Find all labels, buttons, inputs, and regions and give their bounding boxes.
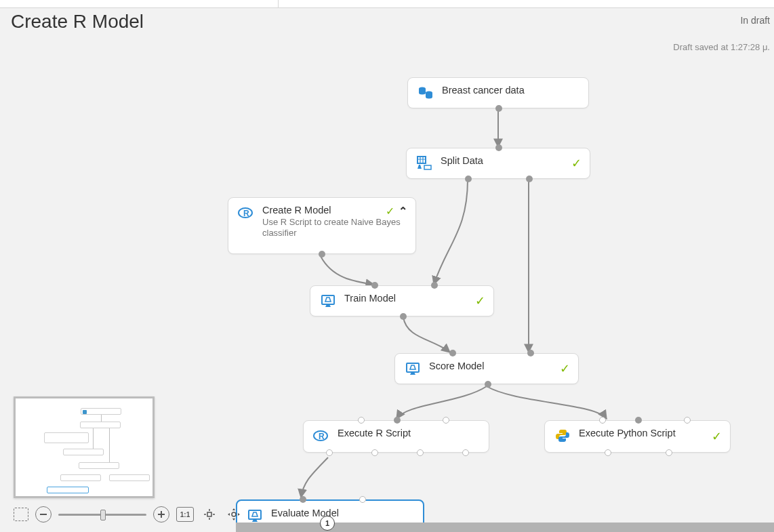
output-port[interactable] [495,105,502,112]
node-split-data[interactable]: Split Data ✓ [406,148,590,179]
input-port-2[interactable] [431,282,438,289]
database-icon [417,85,434,101]
output-port[interactable] [485,381,491,388]
input-port-3[interactable] [443,417,449,424]
r-language-icon: R [313,428,329,444]
output-port-1[interactable] [465,176,472,182]
output-port[interactable] [400,313,407,320]
page-counter[interactable]: 1 [320,516,335,531]
svg-rect-7 [424,165,431,169]
check-icon: ✓ [712,429,722,444]
output-port-2[interactable] [371,449,378,456]
svg-rect-6 [417,157,426,163]
svg-point-2 [419,91,426,95]
node-title: Execute Python Script [579,428,676,438]
node-description: Use R Script to create Naive Bayes class… [262,217,406,239]
r-language-icon: R [238,205,254,221]
output-port-4[interactable] [462,449,469,456]
scrollbar-thumb[interactable] [236,523,774,532]
input-port[interactable] [495,144,502,151]
zoom-out-button[interactable] [35,506,52,523]
svg-rect-14 [249,510,261,519]
check-icon: ✓ [560,361,570,376]
node-title: Execute R Script [338,428,411,438]
pan-button[interactable] [225,507,243,522]
output-port-2[interactable] [666,449,672,456]
actual-size-button[interactable]: 1:1 [176,507,194,522]
node-title: Split Data [441,155,483,166]
output-port[interactable] [319,251,325,258]
input-port-1[interactable] [449,350,456,356]
svg-rect-18 [207,512,211,516]
input-port-3[interactable] [684,417,691,424]
check-icon: ✓ [571,156,582,171]
svg-rect-17 [161,511,162,518]
model-flask-icon [320,293,336,309]
input-port-2[interactable] [635,417,642,424]
node-breast-cancer-data[interactable]: Breast cancer data [407,77,589,108]
model-flask-icon [247,508,263,524]
node-score-model[interactable]: Score Model ✓ [394,353,579,384]
node-execute-python-script[interactable]: Execute Python Script ✓ [544,420,731,453]
input-port-1[interactable] [300,496,306,503]
output-port-3[interactable] [417,449,424,456]
node-title: Score Model [429,361,484,371]
zoom-in-button[interactable] [153,506,169,523]
zoom-slider-thumb[interactable] [100,510,106,520]
svg-rect-10 [322,295,334,304]
node-title: Train Model [344,293,396,304]
svg-point-5 [426,96,432,99]
input-port-1[interactable] [358,417,365,424]
input-port-2[interactable] [527,350,534,356]
split-data-icon [416,155,432,171]
chevron-up-icon[interactable]: ⌃ [399,205,407,218]
output-port-1[interactable] [605,449,611,456]
node-train-model[interactable]: Train Model ✓ [310,285,494,316]
center-view-button[interactable] [201,507,218,522]
input-port-1[interactable] [371,282,378,289]
output-port-1[interactable] [326,449,333,456]
zoom-toolbar: 1:1 [14,506,243,523]
svg-point-19 [232,512,236,516]
fit-to-screen-icon[interactable] [14,508,28,521]
input-port-2[interactable] [359,496,366,503]
python-icon [554,428,571,444]
output-port-2[interactable] [526,176,533,182]
check-icon: ✓ [386,205,394,218]
svg-text:R: R [243,209,249,218]
minimap[interactable] [14,396,155,498]
node-title: Breast cancer data [442,85,525,96]
check-icon: ✓ [475,293,485,308]
node-create-r-model[interactable]: R Create R Model Use R Script to create … [228,197,416,254]
svg-text:R: R [319,432,325,441]
svg-rect-15 [40,514,47,515]
node-execute-r-script[interactable]: R Execute R Script [303,420,489,453]
input-port-1[interactable] [599,417,606,424]
horizontal-scrollbar[interactable] [236,523,774,532]
model-flask-icon [405,361,421,377]
node-title: Create R Model [262,205,406,216]
zoom-slider[interactable] [58,514,146,516]
input-port-2[interactable] [394,417,401,424]
svg-rect-11 [407,363,419,372]
